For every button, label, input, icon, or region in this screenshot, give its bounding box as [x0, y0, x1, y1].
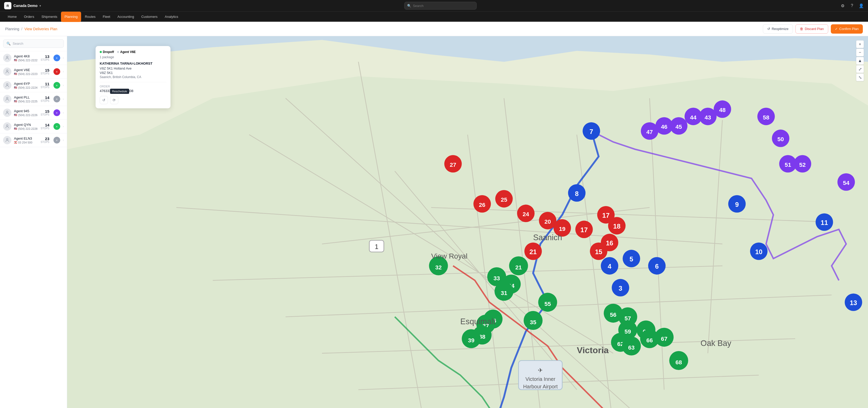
svg-text:51: 51 [784, 162, 791, 168]
agent-phone: (504) 222-2224 [18, 86, 37, 89]
agent-symbol: ≡ [56, 98, 58, 100]
nav-customers[interactable]: Customers [138, 12, 161, 22]
discard-icon: 🗑 [800, 27, 803, 31]
svg-text:35: 35 [530, 319, 536, 325]
chevron-right-icon: › [63, 97, 64, 101]
search-input[interactable] [413, 4, 474, 8]
svg-text:6: 6 [655, 263, 659, 270]
svg-text:32: 32 [435, 264, 442, 271]
logo-area[interactable]: R Canada Demo ▾ [4, 2, 41, 9]
fullscreen-button[interactable]: ⤢ [856, 65, 864, 73]
nav-fleet[interactable]: Fleet [99, 12, 114, 22]
stops-label: STOPS [40, 99, 49, 103]
agent-phone: 03 254 500 [18, 141, 32, 144]
compass-button[interactable]: ▲ [856, 57, 864, 65]
stops-badge: 14 STOPS [40, 123, 49, 130]
search-bar[interactable]: 🔍 [404, 2, 476, 9]
popup-order-label: ORDER [100, 85, 166, 88]
svg-text:43: 43 [705, 114, 711, 121]
svg-text:11: 11 [821, 219, 828, 226]
user-icon[interactable]: 👤 [859, 3, 864, 8]
agent-phone-row: 🇺🇸 (504) 222-2222 [14, 59, 38, 62]
agent-flag: 🇺🇸 [14, 100, 17, 103]
main-content: 🔍 Search Agent 4K8 🇺🇸 (504) 222-2222 [0, 36, 868, 408]
agent-item-QYN[interactable]: Agent QYN 🇺🇸 (504) 222-2228 14 STOPS ≡ › [0, 120, 67, 134]
agent-item-945[interactable]: Agent 945 🇺🇸 (504) 222-2226 15 STOPS ≡ › [0, 106, 67, 120]
agent-name: Agent 945 [14, 109, 38, 113]
agent-color-indicator: ≡ [54, 109, 60, 116]
topbar-icons: ⚙ ? 👤 [840, 3, 864, 8]
agent-item-ELN3[interactable]: Agent ELN3 🇱🇧 03 254 500 23 STOPS ≡ › [0, 134, 67, 147]
agent-color-indicator: ≡ [54, 55, 60, 61]
svg-text:54: 54 [843, 180, 850, 186]
agent-phone-row: 🇺🇸 (504) 222-2228 [14, 127, 38, 130]
popup-address-line2: V8Z 5K1 [100, 71, 166, 75]
agent-symbol: ≡ [56, 111, 58, 114]
chevron-right-icon: › [63, 56, 64, 60]
agent-item-V6E[interactable]: Agent V6E 🇺🇸 (504) 222-2223 15 STOPS ≡ › [0, 65, 67, 79]
sidebar-search[interactable]: 🔍 Search [0, 36, 67, 51]
agent-item-PLL[interactable]: Agent PLL 🇺🇸 (504) 222-2225 14 STOPS ≡ › [0, 92, 67, 106]
nav-home[interactable]: Home [4, 12, 21, 22]
agent-item-4K8[interactable]: Agent 4K8 🇺🇸 (504) 222-2222 13 STOPS ≡ › [0, 51, 67, 65]
agent-symbol: ≡ [56, 84, 58, 87]
popup-actions: ↺ Reschedule ⟳ [100, 96, 166, 104]
stops-label: STOPS [40, 86, 49, 89]
company-dropdown-icon[interactable]: ▾ [39, 4, 41, 7]
agent-symbol: ≡ [56, 57, 58, 59]
stops-badge: 15 STOPS [40, 109, 49, 116]
agent-info: Agent 945 🇺🇸 (504) 222-2226 [14, 109, 38, 117]
agent-avatar [3, 136, 11, 144]
svg-text:66: 66 [646, 337, 653, 344]
breadcrumb-current: View Deliveries Plan [24, 27, 57, 31]
agent-flag: 🇺🇸 [14, 59, 17, 61]
agent-flag: 🇺🇸 [14, 72, 17, 75]
svg-text:8: 8 [575, 190, 579, 197]
nav-accounting[interactable]: Accounting [114, 12, 138, 22]
confirm-plan-button[interactable]: ✓ Confirm Plan [831, 24, 863, 34]
agent-avatar [3, 54, 11, 62]
agent-info: Agent V6E 🇺🇸 (504) 222-2223 [14, 68, 38, 76]
svg-text:56: 56 [610, 312, 616, 318]
nav-shipments[interactable]: Shipments [38, 12, 61, 22]
agent-item-6YP[interactable]: Agent 6YP 🇺🇸 (504) 222-2224 11 STOPS ≡ › [0, 79, 67, 92]
svg-text:16: 16 [606, 239, 613, 247]
agent-flag: 🇺🇸 [14, 127, 17, 130]
help-icon[interactable]: ? [849, 3, 855, 8]
zoom-in-button[interactable]: + [856, 40, 864, 48]
zoom-out-button[interactable]: − [856, 49, 864, 56]
agent-flag: 🇱🇧 [14, 141, 17, 144]
agent-info: Agent QYN 🇺🇸 (504) 222-2228 [14, 123, 38, 130]
nav-planning[interactable]: Planning [61, 12, 82, 22]
svg-text:21: 21 [530, 248, 537, 256]
svg-text:46: 46 [661, 124, 667, 130]
agent-phone-row: 🇱🇧 03 254 500 [14, 141, 38, 144]
stops-label: STOPS [40, 141, 49, 144]
agent-color-indicator: ≡ [54, 123, 60, 130]
agent-color-indicator: ≡ [54, 82, 60, 89]
stops-count: 15 [40, 109, 49, 113]
svg-text:Esquimalt: Esquimalt [460, 317, 495, 326]
svg-text:4: 4 [608, 263, 611, 270]
popup-city: Saanich, British Columbia, CA [100, 75, 166, 79]
discard-plan-button[interactable]: 🗑 Discard Plan [796, 24, 828, 34]
agent-name: Agent ELN3 [14, 137, 38, 140]
svg-text:55: 55 [544, 301, 551, 307]
popup-reschedule-button[interactable]: ↺ [100, 96, 108, 104]
breadcrumb-parent[interactable]: Planning [5, 27, 20, 31]
agent-search-input[interactable]: 🔍 Search [3, 39, 64, 48]
topbar: R Canada Demo ▾ 🔍 ⚙ ? 👤 [0, 0, 868, 11]
nav-routes[interactable]: Routes [81, 12, 99, 22]
svg-text:26: 26 [479, 202, 486, 208]
popup-reorder-button[interactable]: ⟳ [110, 96, 118, 104]
nav-orders[interactable]: Orders [21, 12, 38, 22]
svg-text:7: 7 [590, 128, 593, 135]
sidebar-search-placeholder: Search [13, 41, 23, 46]
agent-name: Agent PLL [14, 95, 38, 99]
settings-icon[interactable]: ⚙ [840, 3, 845, 8]
fit-bounds-button[interactable]: ⤡ [856, 74, 864, 81]
stops-label: STOPS [40, 113, 49, 116]
nav-analytics[interactable]: Analytics [161, 12, 182, 22]
svg-text:48: 48 [719, 107, 726, 113]
reoptimize-button[interactable]: ↺ Reoptimize [763, 24, 793, 34]
